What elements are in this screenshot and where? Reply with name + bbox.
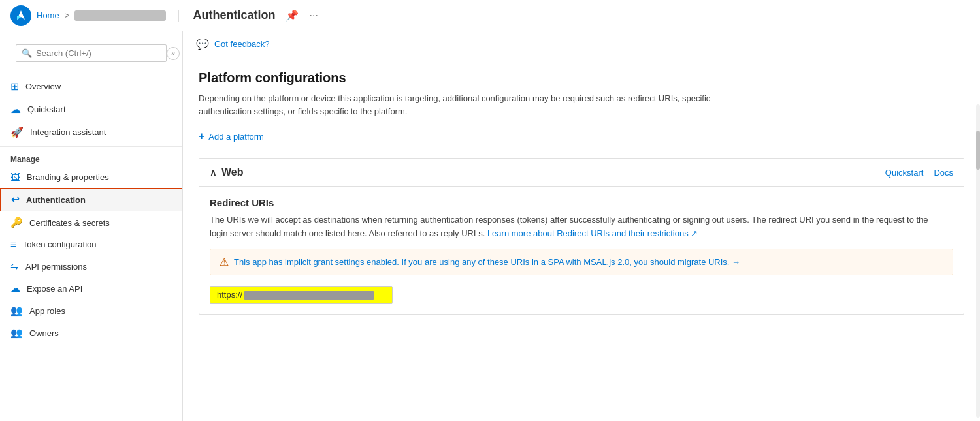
token-icon: ≡ — [10, 239, 16, 250]
warning-arrow[interactable]: → — [732, 257, 740, 267]
redirect-desc: The URIs we will accept as destinations … — [210, 213, 928, 241]
content-body: Platform configurations Depending on the… — [183, 57, 980, 328]
chevron-up-icon[interactable]: ∧ — [210, 167, 216, 178]
warning-text: This app has implicit grant settings ena… — [234, 257, 740, 267]
sidebar-item-overview[interactable]: ⊞ Overview — [0, 75, 182, 98]
web-section-title: ∧ Web — [210, 166, 243, 178]
sidebar-item-certificates[interactable]: 🔑 Certificates & secrets — [0, 211, 182, 234]
web-title-label: Web — [221, 166, 243, 178]
sidebar-item-authentication[interactable]: ↩ Authentication — [0, 188, 182, 211]
sidebar-item-quickstart[interactable]: ☁ Quickstart — [0, 98, 182, 121]
sidebar-item-label: Token configuration — [23, 240, 97, 249]
sidebar-search-container: 🔍 « — [8, 38, 174, 69]
sidebar-item-label: Certificates & secrets — [29, 218, 110, 228]
web-content: Redirect URIs The URIs we will accept as… — [199, 187, 964, 314]
manage-section-label: Manage — [0, 146, 182, 166]
owners-icon: 👥 — [10, 327, 23, 339]
sidebar-item-app-roles[interactable]: 👥 App roles — [0, 300, 182, 322]
cert-icon: 🔑 — [10, 217, 23, 228]
top-bar: Home > | Authentication 📌 ··· — [0, 0, 980, 31]
app-name-blur — [74, 10, 166, 21]
quickstart-icon: ☁ — [10, 103, 21, 116]
sidebar-item-label: Quickstart — [27, 104, 66, 114]
sidebar-item-api-permissions[interactable]: ⇋ API permissions — [0, 255, 182, 277]
breadcrumb-home[interactable]: Home — [37, 10, 59, 20]
sidebar-item-label: Expose an API — [27, 284, 82, 294]
uri-blur — [244, 291, 374, 300]
search-input[interactable] — [36, 48, 161, 58]
add-platform-button[interactable]: + Add a platform — [199, 128, 264, 145]
approles-icon: 👥 — [10, 305, 23, 317]
redirect-learn-more-link[interactable]: Learn more about Redirect URIs and their… — [487, 228, 698, 238]
platform-title: Platform configurations — [199, 70, 964, 86]
more-options-icon[interactable]: ··· — [309, 10, 318, 22]
sidebar-item-branding[interactable]: 🖼 Branding & properties — [0, 166, 182, 188]
sidebar-item-label: Overview — [25, 82, 61, 91]
plus-icon: + — [199, 131, 204, 142]
pin-icon[interactable]: 📌 — [286, 9, 299, 22]
sidebar-item-label: Owners — [29, 328, 59, 338]
api-icon: ⇋ — [10, 260, 19, 272]
breadcrumb-separator: > — [65, 10, 70, 20]
sidebar-item-expose-api[interactable]: ☁ Expose an API — [0, 277, 182, 300]
sidebar-item-label: Integration assistant — [30, 127, 106, 137]
web-section-header: ∧ Web Quickstart Docs — [199, 159, 964, 187]
main-layout: 🔍 « ⊞ Overview ☁ Quickstart 🚀 Integratio… — [0, 31, 980, 421]
breadcrumb: Home > — [37, 10, 166, 21]
warning-box: ⚠ This app has implicit grant settings e… — [210, 249, 953, 275]
feedback-label: Got feedback? — [214, 39, 270, 49]
branding-icon: 🖼 — [10, 172, 20, 183]
warning-icon: ⚠ — [220, 256, 229, 268]
uri-input-wrap: https:// — [210, 286, 393, 304]
azure-logo — [10, 5, 31, 26]
web-links: Quickstart Docs — [885, 168, 953, 178]
sidebar-item-integration-assistant[interactable]: 🚀 Integration assistant — [0, 121, 182, 144]
platform-desc: Depending on the platform or device this… — [199, 92, 754, 117]
warning-link[interactable]: This app has implicit grant settings ena… — [234, 257, 729, 267]
quickstart-link[interactable]: Quickstart — [885, 168, 924, 178]
auth-icon: ↩ — [11, 194, 20, 206]
header-separator: | — [176, 8, 180, 23]
uri-value[interactable]: https:// — [210, 286, 393, 304]
overview-icon: ⊞ — [10, 80, 19, 93]
add-platform-label: Add a platform — [208, 132, 264, 142]
integration-icon: 🚀 — [10, 126, 24, 138]
expose-icon: ☁ — [10, 283, 20, 294]
sidebar-collapse-button[interactable]: « — [167, 47, 180, 60]
redirect-title: Redirect URIs — [210, 197, 953, 208]
external-link-icon: ↗ — [691, 228, 698, 238]
content-area: 💬 Got feedback? Platform configurations … — [183, 31, 980, 421]
sidebar-item-label: API permissions — [25, 262, 87, 272]
sidebar-item-owners[interactable]: 👥 Owners — [0, 322, 182, 344]
search-icon: 🔍 — [22, 48, 32, 58]
feedback-bar[interactable]: 💬 Got feedback? — [183, 31, 980, 57]
docs-link[interactable]: Docs — [934, 168, 953, 178]
sidebar: 🔍 « ⊞ Overview ☁ Quickstart 🚀 Integratio… — [0, 31, 183, 421]
sidebar-item-label: App roles — [29, 306, 65, 316]
sidebar-item-label: Branding & properties — [27, 172, 109, 182]
uri-prefix: https:// — [217, 290, 242, 300]
sidebar-item-label: Authentication — [26, 195, 86, 205]
web-section: ∧ Web Quickstart Docs Redirect URIs The … — [199, 158, 964, 315]
sidebar-item-token-config[interactable]: ≡ Token configuration — [0, 234, 182, 255]
sidebar-search-wrap: 🔍 — [16, 44, 167, 62]
feedback-icon: 💬 — [196, 38, 209, 50]
page-title-header: Authentication — [193, 8, 275, 22]
